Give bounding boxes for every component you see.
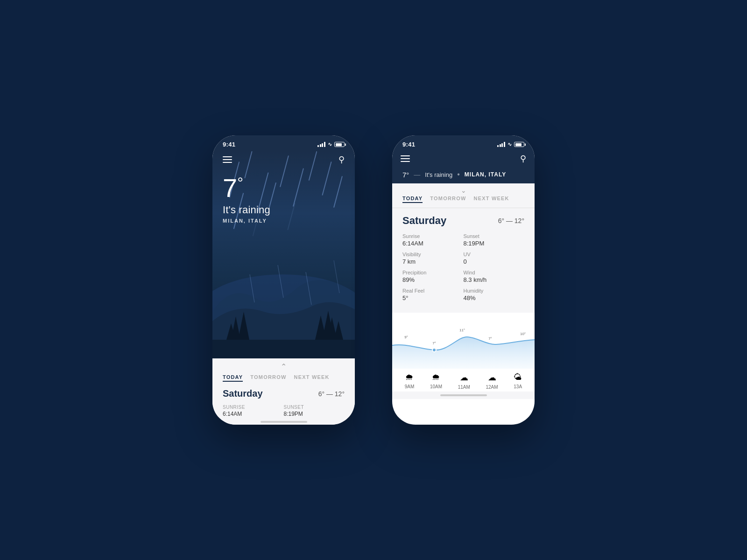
hour-item-13a: 🌤 13A [514,372,522,390]
sunrise-value: 6:14AM [223,411,284,417]
partly-cloudy-icon-13a: 🌤 [514,372,522,382]
signal-icon [317,142,325,147]
hour-item-12am: ☁ 12AM [486,372,498,390]
temperature-left: 7° [223,175,345,201]
header-strip: 7° — It's raining • MILAN, ITALY [392,168,535,183]
svg-text:7°: 7° [488,336,492,341]
weather-info-left: 7° It's raining MILAN, ITALY [212,170,355,224]
sunset-cell: Sunset 8:19PM [464,233,525,247]
header-dot: • [457,170,460,179]
search-button-right[interactable]: ⚲ [520,154,526,164]
tabs-left: TODAY TOMORROW NEXT WEEK [223,374,345,382]
humidity-cell: Humidity 48% [464,288,525,301]
tab-today-left[interactable]: TODAY [223,374,243,382]
realfeel-label: Real Feel [402,288,464,294]
chevron-up-icon[interactable]: ⌃ [223,363,345,371]
signal-icon-right [497,142,505,147]
info-grid: Sunrise 6:14AM Sunset 8:19PM Visibility … [402,233,524,301]
detail-row-left: Sunrise 6:14AM Sunset 8:19PM [223,405,345,417]
tab-tomorrow-left[interactable]: TOMORROW [250,374,286,382]
time-label-13a: 13A [514,384,522,389]
svg-text:10°: 10° [520,332,526,336]
visibility-label: Visibility [402,252,464,257]
visibility-cell: Visibility 7 km [402,252,464,265]
sunset-label-r: Sunset [464,233,525,239]
tab-today-right[interactable]: TODAY [402,196,423,203]
hour-item-9am: 🌧 9AM [405,372,415,390]
sunset-value-r: 8:19PM [464,240,525,247]
time-left: 9:41 [223,141,235,148]
hourly-forecast: 🌧 9AM 🌧 10AM ☁ 11AM ☁ 12AM 🌤 13A [392,369,535,392]
sunrise-item: Sunrise 6:14AM [223,405,284,417]
header-separator: — [414,171,420,178]
realfeel-cell: Real Feel 5° [402,288,464,301]
precip-cell: Precipition 89% [402,270,464,283]
uv-label: UV [464,252,525,257]
status-bar-left: 9:41 ∿ [212,135,355,151]
right-content: ⌄ TODAY TOMORROW NEXT WEEK Saturday 6° —… [392,183,535,399]
status-bar-right: 9:41 ∿ [392,135,535,151]
sunrise-label: Sunrise [223,405,284,410]
header-location: MILAN, ITALY [465,171,506,178]
hour-item-10am: 🌧 10AM [430,372,442,390]
time-label-9am: 9AM [405,384,415,389]
header-condition: It's raining [425,171,452,178]
svg-point-18 [432,348,436,352]
realfeel-value: 5° [402,294,464,301]
battery-icon-right [514,142,524,147]
humidity-label: Humidity [464,288,525,294]
status-icons-right: ∿ [497,141,524,147]
sunset-label: Sunset [284,405,345,410]
humidity-value: 48% [464,294,525,301]
hour-item-11am: ☁ 11AM [458,372,470,390]
wind-cell: Wind 8.3 km/h [464,270,525,283]
svg-rect-1 [212,340,355,358]
time-label-11am: 11AM [458,385,470,390]
chevron-down-icon[interactable]: ⌄ [392,183,535,196]
wifi-icon-right: ∿ [507,141,512,147]
menu-button-right[interactable] [401,155,410,162]
wind-label: Wind [464,270,525,275]
svg-text:9°: 9° [404,335,408,339]
header-temp: 7° [402,171,409,179]
visibility-value: 7 km [402,258,464,265]
rain-icon-10am: 🌧 [432,372,440,382]
status-icons-left: ∿ [317,141,345,147]
sunrise-label-r: Sunrise [402,233,464,239]
sunrise-value-r: 6:14AM [402,240,464,247]
battery-icon [334,142,345,147]
sunset-item: Sunset 8:19PM [284,405,345,417]
day-name-left: Saturday [223,388,263,399]
temperature-chart: 9° 7° 11° 7° 10° [392,313,535,369]
location-left: MILAN, ITALY [223,218,345,224]
detail-day-row: Saturday 6° — 12° [402,215,524,227]
tab-tomorrow-right[interactable]: TOMORROW [430,196,466,203]
home-indicator-left [261,421,307,423]
phone-right: 9:41 ∿ ⚲ 7° — It's raining • MILAN, ITAL… [392,135,535,425]
temp-range-left: 6° — 12° [318,390,345,398]
svg-text:7°: 7° [432,341,436,345]
cloudy-icon-12am: ☁ [488,372,496,383]
detail-day-name: Saturday [402,215,446,227]
tab-nextweek-right[interactable]: NEXT WEEK [474,196,509,203]
detail-temp-range: 6° — 12° [498,217,524,224]
sunrise-cell: Sunrise 6:14AM [402,233,464,247]
wind-value: 8.3 km/h [464,276,525,283]
svg-text:11°: 11° [459,328,465,332]
detail-section: Saturday 6° — 12° Sunrise 6:14AM Sunset … [392,208,535,313]
day-row-left: Saturday 6° — 12° [223,388,345,399]
uv-value: 0 [464,258,525,265]
time-right: 9:41 [402,141,415,148]
time-label-12am: 12AM [486,385,498,390]
tabs-right: TODAY TOMORROW NEXT WEEK [392,196,535,208]
bottom-panel-left: ⌃ TODAY TOMORROW NEXT WEEK Saturday 6° —… [212,358,355,425]
time-label-10am: 10AM [430,384,442,389]
precip-label: Precipition [402,270,464,275]
scene-illustration [212,237,355,358]
phone-left: 9:41 ∿ ⚲ 7° It's raining MILAN, ITALY [212,135,355,425]
precip-value: 89% [402,276,464,283]
uv-cell: UV 0 [464,252,525,265]
home-indicator-right [440,394,487,396]
condition-left: It's raining [223,204,345,216]
tab-nextweek-left[interactable]: NEXT WEEK [294,374,330,382]
